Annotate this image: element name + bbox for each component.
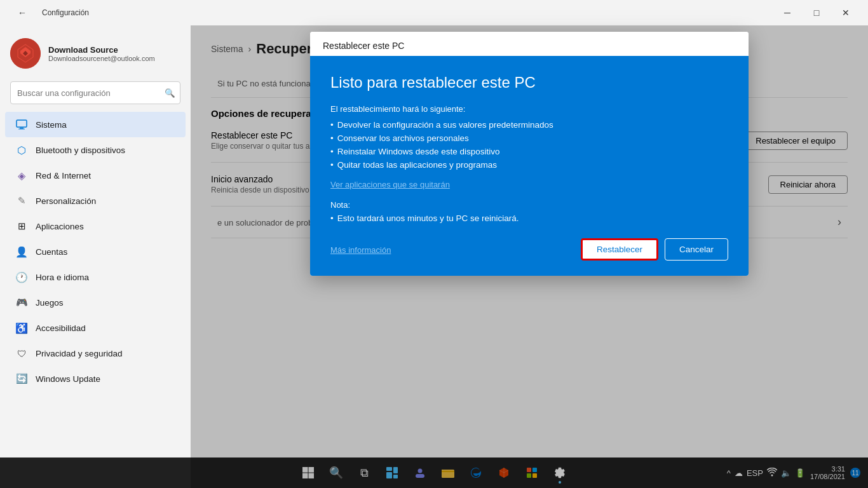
sidebar-label-sistema: Sistema	[36, 120, 67, 130]
close-button[interactable]: ✕	[831, 3, 860, 23]
dialog-footer: Más información Restablecer Cancelar	[330, 238, 728, 261]
svg-rect-4	[18, 129, 25, 130]
dialog-note-title: Nota:	[330, 200, 728, 210]
sidebar-item-cuentas[interactable]: 👤 Cuentas	[5, 239, 186, 264]
accesibilidad-icon: ♿	[15, 322, 28, 334]
svg-rect-3	[20, 128, 24, 129]
sidebar-label-cuentas: Cuentas	[36, 247, 67, 257]
bluetooth-icon: ⬡	[15, 144, 28, 156]
user-name: Download Source	[48, 45, 155, 55]
dialog-list-item: Conservar los archivos personales	[330, 133, 728, 143]
dialog-list-item: Quitar todas las aplicaciones y programa…	[330, 160, 728, 170]
sidebar-item-juegos[interactable]: 🎮 Juegos	[5, 290, 186, 315]
dialog-overlay: Restablecer este PC Listo para restablec…	[191, 25, 868, 488]
title-bar-controls: ─ □ ✕	[773, 3, 860, 23]
sidebar-label-juegos: Juegos	[36, 298, 64, 308]
privacidad-icon: 🛡	[15, 347, 28, 360]
app-container: Download Source Downloadsourcenet@outloo…	[0, 25, 868, 488]
title-bar-left: ← Configuración	[8, 3, 89, 23]
dialog-list-item: Devolver la configuración a sus valores …	[330, 120, 728, 130]
sidebar-item-sistema[interactable]: Sistema	[5, 112, 186, 137]
sidebar-label-accesibilidad: Accesibilidad	[36, 323, 86, 333]
sidebar-item-bluetooth[interactable]: ⬡ Bluetooth y dispositivos	[5, 137, 186, 163]
dialog-section-intro: El restablecimiento hará lo siguiente:	[330, 104, 728, 114]
dialog-footer-buttons: Restablecer Cancelar	[581, 238, 728, 261]
winupdate-icon: 🔄	[15, 372, 28, 385]
sidebar-item-hora[interactable]: 🕐 Hora e idioma	[5, 264, 186, 290]
sidebar-label-bluetooth: Bluetooth y dispositivos	[36, 146, 125, 155]
dialog-actions-list: Devolver la configuración a sus valores …	[330, 120, 728, 170]
search-input[interactable]	[10, 81, 180, 104]
red-icon: ◈	[15, 169, 28, 182]
sidebar-label-privacidad: Privacidad y seguridad	[36, 349, 123, 358]
search-box: 🔍	[10, 81, 180, 104]
sidebar-item-winupdate[interactable]: 🔄 Windows Update	[5, 366, 186, 391]
title-bar-title: Configuración	[42, 8, 89, 17]
sidebar-item-accesibilidad[interactable]: ♿ Accesibilidad	[5, 315, 186, 341]
sidebar-item-privacidad[interactable]: 🛡 Privacidad y seguridad	[5, 341, 186, 366]
more-info-link[interactable]: Más información	[330, 245, 391, 255]
minimize-button[interactable]: ─	[773, 3, 802, 23]
sidebar-item-personalizacion[interactable]: ✎ Personalización	[5, 188, 186, 214]
svg-rect-2	[17, 120, 27, 127]
user-email: Downloadsourcenet@outlook.com	[48, 55, 155, 62]
avatar	[10, 38, 41, 69]
user-info: Download Source Downloadsourcenet@outloo…	[48, 45, 155, 62]
back-button[interactable]: ←	[8, 3, 37, 23]
cuentas-icon: 👤	[15, 245, 28, 258]
dialog-note-list: Esto tardará unos minutos y tu PC se rei…	[330, 214, 728, 223]
dialog-body: Listo para restablecer este PC El restab…	[310, 56, 749, 276]
dialog-list-item: Reinstalar Windows desde este dispositiv…	[330, 147, 728, 156]
sidebar-label-red: Red & Internet	[36, 171, 91, 180]
dialog-titlebar: Restablecer este PC	[310, 32, 749, 56]
sidebar: Download Source Downloadsourcenet@outloo…	[0, 25, 191, 488]
cancel-button[interactable]: Cancelar	[665, 238, 728, 261]
sidebar-label-apps: Aplicaciones	[36, 222, 84, 231]
sidebar-label-winupdate: Windows Update	[36, 374, 100, 384]
sistema-icon	[15, 118, 28, 131]
sidebar-item-aplicaciones[interactable]: ⊞ Aplicaciones	[5, 214, 186, 239]
dialog-footer-left: Más información	[330, 244, 391, 255]
title-bar: ← Configuración ─ □ ✕	[0, 0, 868, 25]
sidebar-label-personal: Personalización	[36, 196, 96, 206]
reset-confirm-button[interactable]: Restablecer	[581, 238, 658, 261]
maximize-button[interactable]: □	[802, 3, 831, 23]
sidebar-item-red[interactable]: ◈ Red & Internet	[5, 163, 186, 188]
search-icon[interactable]: 🔍	[165, 88, 175, 98]
dialog-main-title: Listo para restablecer este PC	[330, 74, 728, 92]
personal-icon: ✎	[15, 194, 28, 207]
user-section: Download Source Downloadsourcenet@outloo…	[0, 30, 191, 79]
hora-icon: 🕐	[15, 271, 28, 283]
view-apps-link[interactable]: Ver aplicaciones que se quitarán	[330, 180, 450, 189]
reset-dialog: Restablecer este PC Listo para restablec…	[310, 32, 749, 276]
content-area: Sistema › Recuperación Si tu PC no está …	[191, 25, 868, 488]
dialog-note-item: Esto tardará unos minutos y tu PC se rei…	[330, 214, 728, 223]
apps-icon: ⊞	[15, 220, 28, 233]
juegos-icon: 🎮	[15, 296, 28, 309]
sidebar-label-hora: Hora e idioma	[36, 273, 89, 282]
